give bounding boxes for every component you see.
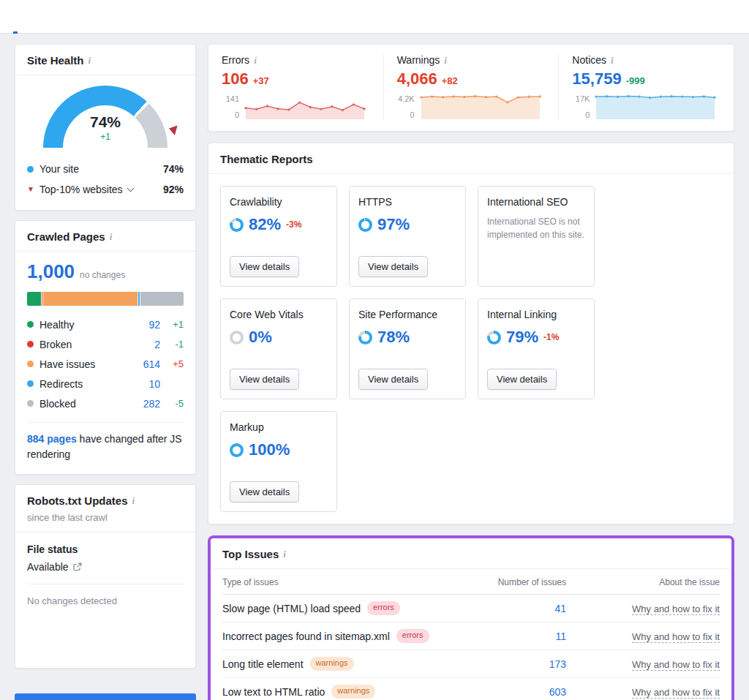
thematic-card-title: Internal Linking: [487, 309, 585, 320]
info-icon[interactable]: i: [254, 56, 257, 65]
issue-count-link[interactable]: 173: [456, 658, 566, 670]
issue-type-label: Slow page (HTML) load speed: [222, 603, 361, 614]
nav-tab[interactable]: [6, 0, 25, 33]
thematic-body: Crawlability 82% -3% View details HTTPS …: [208, 174, 734, 524]
issue-count-link[interactable]: 11: [456, 631, 566, 642]
robots-card: Robots.txt Updates i since the last craw…: [15, 484, 196, 669]
why-how-link[interactable]: Why and how to fix it: [632, 603, 720, 615]
site-health-card: Site Health i 74% +1 Your site 74% ▼ Top…: [15, 44, 196, 211]
crawled-legend-row: Have issues 614 +5: [27, 354, 184, 374]
metric-label: Errors: [222, 54, 249, 66]
right-column: Errors i 106 +37 141 0 Warnings i 4,066 …: [208, 44, 734, 700]
col-header-count: Number of issues: [456, 577, 566, 587]
site-health-gauge: 74% +1: [40, 86, 170, 151]
view-details-button[interactable]: View details: [358, 369, 428, 390]
crawled-total-link[interactable]: 1,000: [27, 260, 75, 283]
thematic-card-title: Core Web Vitals: [230, 309, 328, 320]
view-details-button[interactable]: View details: [487, 369, 557, 390]
view-details-button[interactable]: View details: [358, 256, 428, 277]
thematic-report-card: International SEO International SEO is n…: [478, 186, 595, 287]
metric-label: Notices: [572, 54, 606, 66]
info-icon[interactable]: i: [283, 549, 286, 559]
nav-tab[interactable]: [120, 0, 139, 33]
legend-label: Healthy: [39, 319, 74, 331]
issue-row: Incorrect pages found in sitemap.xml err…: [222, 622, 720, 650]
file-status-value: Available: [27, 561, 69, 573]
nav-tab[interactable]: [63, 0, 82, 33]
left-column: Site Health i 74% +1 Your site 74% ▼ Top…: [15, 44, 196, 669]
legend-marker-icon: ▼: [27, 186, 39, 193]
score-percent: 82%: [249, 215, 281, 234]
legend-dot-icon: [27, 341, 34, 347]
legend-value-link[interactable]: 2: [154, 339, 160, 350]
nav-tab[interactable]: [44, 0, 63, 33]
nav-tab[interactable]: [101, 0, 120, 33]
issue-type-cell: Slow page (HTML) load speed errors: [222, 601, 456, 614]
view-details-button[interactable]: View details: [230, 481, 299, 503]
crawled-bar-segment[interactable]: [27, 292, 41, 306]
legend-value-link[interactable]: 282: [143, 398, 160, 410]
severity-badge: warnings: [310, 657, 354, 670]
thematic-reports-card: Thematic Reports Crawlability 82% -3% Vi…: [208, 143, 734, 524]
thematic-card-title: Markup: [230, 421, 328, 433]
crawled-legend-row: Blocked 282 -5: [27, 394, 184, 413]
site-health-change: +1: [40, 132, 170, 142]
crawled-bar-segment[interactable]: [42, 292, 42, 306]
metric-block: Errors i 106 +37 141 0: [208, 54, 383, 120]
robots-subtitle: since the last crawl: [27, 512, 184, 523]
metric-value-link[interactable]: 4,066: [397, 69, 437, 89]
nav-tab[interactable]: [25, 0, 44, 33]
severity-badge: errors: [396, 629, 429, 642]
crawled-pages-header: Crawled Pages i: [15, 221, 195, 252]
axis-max-label: 141: [226, 94, 239, 103]
nav-tab[interactable]: [82, 0, 101, 33]
site-health-header: Site Health i: [15, 45, 195, 75]
why-how-link[interactable]: Why and how to fix it: [632, 659, 720, 671]
metric-value-link[interactable]: 15,759: [572, 69, 621, 89]
legend-value-link[interactable]: 614: [143, 358, 160, 370]
score-donut-icon: [230, 443, 244, 457]
issue-count-link[interactable]: 603: [456, 686, 566, 698]
metric-chart: 17K 0: [572, 94, 720, 120]
crawled-bar-segment[interactable]: [138, 292, 140, 306]
next-card-top-edge: [15, 693, 196, 700]
legend-label: Have issues: [39, 358, 95, 370]
crawled-pages-stacked-bar: [27, 292, 184, 306]
info-icon[interactable]: i: [444, 56, 447, 65]
why-how-link[interactable]: Why and how to fix it: [632, 687, 720, 699]
js-rendering-note: 884 pages have changed after JS renderin…: [27, 432, 184, 462]
thematic-score-row: 0%: [230, 328, 328, 347]
chart-axis: 4.2K 0: [397, 94, 415, 120]
robots-body: File status Available No changes detecte…: [15, 532, 195, 617]
thematic-report-card: HTTPS 97% View details: [349, 186, 466, 287]
chevron-down-icon[interactable]: [127, 184, 134, 192]
info-icon[interactable]: i: [611, 56, 614, 65]
score-change: -3%: [286, 219, 301, 230]
why-how-link[interactable]: Why and how to fix it: [632, 631, 720, 643]
js-pages-link[interactable]: 884 pages: [27, 433, 77, 445]
issue-count-link[interactable]: 41: [456, 603, 566, 614]
legend-dot-icon: [27, 400, 34, 407]
thematic-report-card: Site Performance 78% View details: [349, 298, 466, 399]
issue-about-cell: Why and how to fix it: [566, 686, 720, 698]
thematic-grid: Crawlability 82% -3% View details HTTPS …: [220, 186, 722, 512]
metric-value-link[interactable]: 106: [222, 69, 249, 89]
info-icon[interactable]: i: [89, 56, 91, 65]
legend-label: Top-10% websites: [39, 184, 123, 195]
file-status-link[interactable]: Available: [27, 561, 184, 573]
view-details-button[interactable]: View details: [230, 369, 299, 390]
info-icon[interactable]: i: [110, 232, 113, 241]
crawled-pages-legend: Healthy 92 +1 Broken 2 -1 Have issues 61…: [27, 315, 184, 413]
info-icon[interactable]: i: [132, 496, 135, 505]
crawled-pages-title: Crawled Pages: [27, 230, 105, 243]
legend-value-link[interactable]: 92: [148, 319, 160, 331]
crawled-bar-segment[interactable]: [43, 292, 138, 306]
legend-value-link[interactable]: 10: [148, 378, 160, 390]
thematic-card-title: HTTPS: [358, 196, 456, 208]
crawled-bar-segment[interactable]: [140, 292, 184, 306]
crawled-pages-card: Crawled Pages i 1,000 no changes Healthy…: [15, 220, 196, 475]
metric-header: Errors i: [222, 54, 370, 66]
view-details-button[interactable]: View details: [230, 256, 299, 277]
sparkline-chart: [419, 94, 542, 120]
thematic-score-row: 79% -1%: [487, 328, 585, 347]
